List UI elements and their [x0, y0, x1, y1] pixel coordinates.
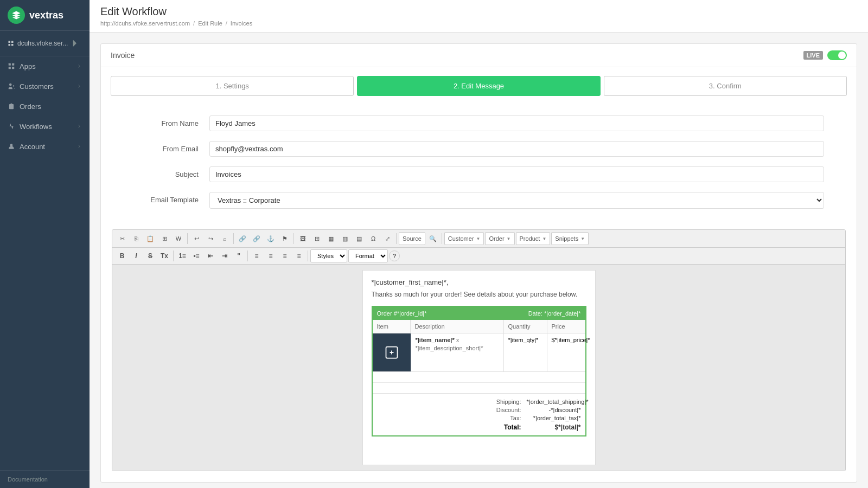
tb2-bold-btn[interactable]: B	[116, 249, 129, 262]
tb-anchor-btn[interactable]: ⚓	[264, 232, 277, 245]
from-email-label: From Email	[133, 141, 199, 153]
invoice-line-item: *|item_name|* x *|item_description_short…	[373, 333, 585, 372]
logo-icon	[8, 7, 25, 24]
editor-toolbar-row2: B I S Tx 1≡ •≡ ⇤ ⇥ " ≡ ≡ ≡ ≡	[112, 248, 845, 265]
sidebar-item-workflows[interactable]: Workflows	[0, 117, 90, 137]
tb2-sep2	[247, 251, 248, 261]
sidebar-store-selector[interactable]: dcuhs.vfoke.ser...	[0, 31, 90, 56]
tb-flag-btn[interactable]: ⚑	[278, 232, 291, 245]
breadcrumb-invoices[interactable]: Invoices	[231, 20, 252, 27]
live-toggle-switch[interactable]	[827, 50, 847, 60]
tb-product-dropdown[interactable]: Product ▼	[516, 232, 551, 245]
svg-point-9	[13, 85, 14, 86]
tb-sep2	[233, 233, 234, 244]
tb-undo-btn[interactable]: ↩	[190, 232, 203, 245]
tb-paste-word-btn[interactable]: W	[172, 232, 185, 245]
tb2-italic-btn[interactable]: I	[130, 249, 143, 262]
tb-copy-btn[interactable]: ⎘	[130, 232, 143, 245]
tb-sep3	[293, 233, 294, 244]
tb-table2-btn[interactable]: ▦	[324, 232, 337, 245]
email-thanks: Thanks so much for your order! See detai…	[372, 291, 586, 298]
tb-find-btn[interactable]: ⌕	[218, 232, 231, 245]
live-badge: LIVE	[803, 51, 823, 60]
tb-table3-btn[interactable]: ▥	[339, 232, 352, 245]
sidebar-item-account[interactable]: Account	[0, 137, 90, 157]
tb-redo-btn[interactable]: ↪	[204, 232, 217, 245]
live-toggle-group: LIVE	[803, 50, 847, 60]
sidebar-item-customers[interactable]: Customers	[0, 76, 90, 97]
item-qty: *|item_qty|*	[504, 333, 547, 371]
tb2-indent-btn[interactable]: ⇥	[218, 249, 231, 262]
tb-table-btn[interactable]: ⊞	[310, 232, 323, 245]
tb2-align-right-btn[interactable]: ≡	[278, 249, 291, 262]
sidebar-label-orders: Orders	[20, 102, 41, 111]
store-name: dcuhs.vfoke.ser...	[17, 40, 68, 47]
email-greeting: *|customer_first_name|*,	[372, 278, 586, 286]
svg-rect-5	[12, 63, 14, 66]
tb2-align-center-btn[interactable]: ≡	[264, 249, 277, 262]
email-template-label: Email Template	[133, 192, 199, 204]
subject-input[interactable]	[209, 166, 824, 182]
tb2-ul-btn[interactable]: •≡	[190, 249, 203, 262]
tb-source2-btn[interactable]: 🔍	[426, 232, 439, 245]
grand-total-row: Total: $*|total|*	[377, 423, 581, 431]
tb-maximize-btn[interactable]: ⤢	[381, 232, 394, 245]
main-content: Edit Workflow http://dcuhs.vfoke.servert…	[90, 0, 868, 488]
page-content-area: Invoice LIVE 1. Settings 2. Edit Message…	[90, 33, 868, 488]
tb-special-char-btn[interactable]: Ω	[367, 232, 380, 245]
tb-image-btn[interactable]: 🖼	[296, 232, 309, 245]
sidebar-label-customers: Customers	[20, 82, 54, 91]
sidebar-item-apps[interactable]: Apps	[0, 56, 90, 76]
step-edit-message[interactable]: 2. Edit Message	[357, 76, 600, 96]
tb2-ol-btn[interactable]: 1≡	[176, 249, 189, 262]
tb-table4-btn[interactable]: ▤	[353, 232, 366, 245]
col-price: Price	[547, 320, 585, 333]
discount-row: Discount: -*|discount|*	[377, 407, 581, 413]
tb-paste-text-btn[interactable]: ⊞	[158, 232, 171, 245]
breadcrumb-base-url[interactable]: http://dcuhs.vfoke.servertrust.com	[100, 20, 190, 27]
invoice-panel: Invoice LIVE 1. Settings 2. Edit Message…	[100, 43, 857, 483]
from-email-input[interactable]	[209, 141, 824, 157]
svg-rect-1	[11, 41, 14, 43]
step-confirm[interactable]: 3. Confirm	[604, 76, 847, 96]
tb2-help-btn[interactable]: ?	[389, 251, 400, 261]
tb-paste-btn[interactable]: 📋	[144, 232, 157, 245]
tb2-clear-btn[interactable]: Tx	[158, 249, 171, 262]
email-template-select[interactable]: Vextras :: Corporate	[209, 192, 824, 209]
tb2-outdent-btn[interactable]: ⇤	[204, 249, 217, 262]
sidebar-label-apps: Apps	[20, 62, 36, 70]
tb2-format-select[interactable]: Format	[348, 249, 388, 262]
tb-source-dropdown[interactable]: Source	[399, 232, 425, 245]
email-form: From Name From Email Subject Email Templ…	[101, 105, 857, 229]
svg-rect-6	[9, 67, 11, 69]
tb2-align-left-btn[interactable]: ≡	[250, 249, 263, 262]
tb2-blockquote-btn[interactable]: "	[232, 249, 245, 262]
shipping-row: Shipping: *|order_total_shipping|*	[377, 399, 581, 405]
tb-sep5	[442, 233, 442, 244]
tb2-strike-btn[interactable]: S	[144, 249, 157, 262]
tb-customer-dropdown[interactable]: Customer ▼	[444, 232, 484, 245]
item-price: $*|item_price|*	[547, 333, 585, 371]
breadcrumb: http://dcuhs.vfoke.servertrust.com / Edi…	[100, 20, 857, 27]
from-name-label: From Name	[133, 115, 199, 127]
tb-unlink-btn[interactable]: 🔗	[250, 232, 263, 245]
step-settings[interactable]: 1. Settings	[111, 76, 354, 96]
sidebar-footer-docs[interactable]: Documentation	[0, 470, 90, 488]
svg-rect-2	[9, 44, 11, 46]
invoice-panel-header: Invoice LIVE	[101, 44, 857, 67]
from-name-input[interactable]	[209, 115, 824, 131]
tb2-align-justify-btn[interactable]: ≡	[292, 249, 305, 262]
tb-snippets-dropdown[interactable]: Snippets ▼	[551, 232, 589, 245]
breadcrumb-edit-rule[interactable]: Edit Rule	[198, 20, 222, 27]
tb2-sep1	[173, 251, 174, 261]
tb-order-dropdown[interactable]: Order ▼	[485, 232, 514, 245]
invoice-col-headers: Item Description Quantity Price	[373, 320, 585, 333]
tb-link-btn[interactable]: 🔗	[236, 232, 249, 245]
page-title: Edit Workflow	[100, 5, 857, 18]
sidebar-item-orders[interactable]: Orders	[0, 97, 90, 117]
tb2-styles-select[interactable]: Styles	[310, 249, 347, 262]
from-name-row: From Name	[133, 115, 824, 131]
editor-content-area[interactable]: *|customer_first_name|*, Thanks so much …	[112, 265, 845, 471]
logo-text: vextras	[29, 10, 63, 21]
tb-cut-btn[interactable]: ✂	[116, 232, 129, 245]
